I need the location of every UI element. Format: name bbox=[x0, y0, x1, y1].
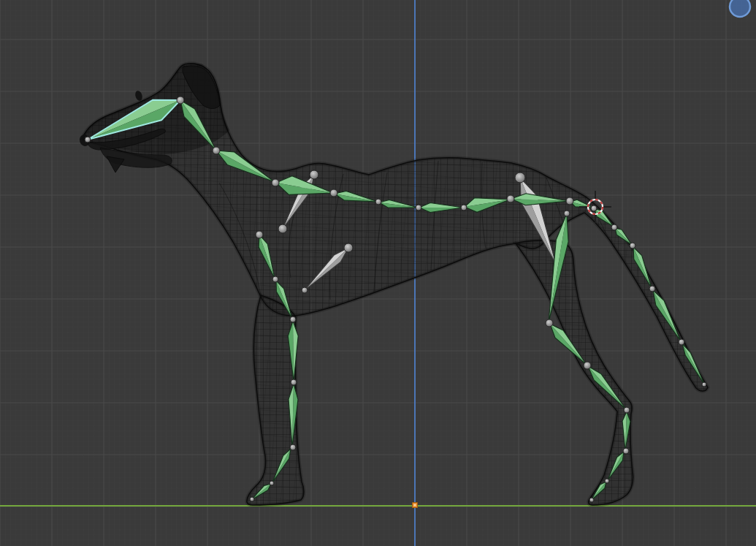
bone-joint[interactable] bbox=[375, 199, 381, 205]
bone-joint[interactable] bbox=[605, 479, 609, 483]
bone-joint[interactable] bbox=[416, 205, 421, 211]
bone-joint[interactable] bbox=[290, 444, 296, 450]
bone-joint[interactable] bbox=[278, 224, 287, 233]
bone-joint[interactable] bbox=[290, 316, 296, 322]
bone-joint[interactable] bbox=[256, 231, 263, 238]
bone-joint[interactable] bbox=[584, 362, 591, 369]
bone-joint[interactable] bbox=[515, 172, 525, 183]
bone-joint[interactable] bbox=[589, 498, 594, 502]
bone-joint[interactable] bbox=[270, 481, 274, 485]
bone-joint[interactable] bbox=[302, 287, 308, 293]
bone-joint[interactable] bbox=[623, 448, 629, 454]
bone-joint[interactable] bbox=[330, 189, 337, 197]
bone-joint[interactable] bbox=[177, 96, 184, 104]
bone-joint[interactable] bbox=[702, 382, 706, 387]
bone-joint[interactable] bbox=[272, 276, 278, 282]
bone-joint[interactable] bbox=[611, 224, 617, 230]
bone-joint[interactable] bbox=[564, 211, 570, 216]
bone-joint[interactable] bbox=[507, 195, 514, 202]
bone-joint[interactable] bbox=[461, 205, 467, 211]
bone-joint[interactable] bbox=[272, 179, 279, 186]
bone-joint[interactable] bbox=[591, 205, 597, 211]
bone-joint[interactable] bbox=[679, 339, 684, 345]
object-origin-dot[interactable] bbox=[413, 503, 418, 508]
viewport-canvas[interactable] bbox=[0, 0, 756, 546]
3d-viewport[interactable] bbox=[0, 0, 756, 546]
bone-joint[interactable] bbox=[344, 243, 353, 252]
navigation-gizmo-ball[interactable] bbox=[730, 0, 750, 17]
bone-joint[interactable] bbox=[649, 286, 655, 292]
bone-joint[interactable] bbox=[85, 137, 91, 143]
bone-joint[interactable] bbox=[250, 497, 254, 501]
bone-joint[interactable] bbox=[213, 147, 220, 154]
bone-joint[interactable] bbox=[310, 170, 318, 179]
bone-joint[interactable] bbox=[624, 407, 630, 413]
bone-joint[interactable] bbox=[566, 197, 573, 205]
bone-joint[interactable] bbox=[546, 319, 553, 327]
bone-joint[interactable] bbox=[291, 379, 297, 385]
bone-joint[interactable] bbox=[630, 243, 635, 249]
